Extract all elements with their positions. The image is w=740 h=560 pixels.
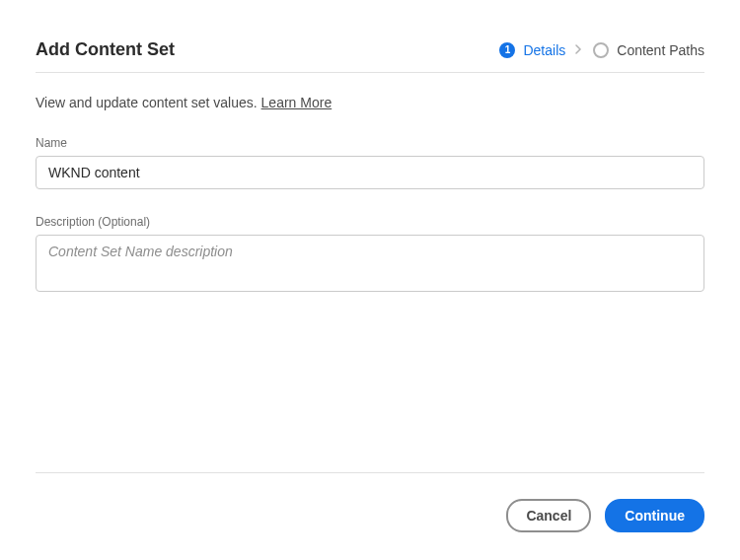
wizard-stepper: 1 Details Content Paths [499,42,704,58]
cancel-button[interactable]: Cancel [506,499,591,532]
name-field-group: Name [36,136,704,189]
intro-text: View and update content set values. Lear… [36,95,704,110]
step-details[interactable]: 1 Details [499,42,565,58]
step-number-icon: 1 [499,42,515,58]
step-details-label: Details [523,42,565,58]
learn-more-link[interactable]: Learn More [261,95,333,110]
step-empty-icon [593,42,609,58]
intro-text-content: View and update content set values. [36,95,261,110]
continue-button[interactable]: Continue [605,499,704,532]
description-input[interactable] [36,235,704,292]
dialog-footer: Cancel Continue [36,472,704,532]
name-input[interactable] [36,156,704,189]
chevron-right-icon [575,43,583,57]
dialog-title: Add Content Set [36,39,175,60]
description-field-group: Description (Optional) [36,215,704,296]
add-content-set-dialog: Add Content Set 1 Details Content Paths … [0,0,740,560]
step-content-paths[interactable]: Content Paths [593,42,704,58]
dialog-header: Add Content Set 1 Details Content Paths [36,39,704,73]
step-content-paths-label: Content Paths [617,42,704,58]
description-label: Description (Optional) [36,215,704,229]
name-label: Name [36,136,704,150]
